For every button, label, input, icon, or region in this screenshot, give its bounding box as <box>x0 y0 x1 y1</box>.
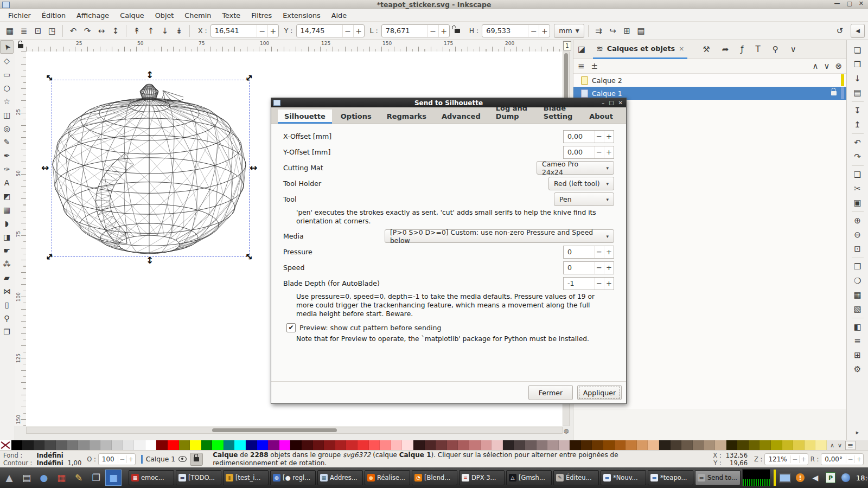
copy-icon[interactable]: ❑ <box>851 168 865 182</box>
swatch-46[interactable] <box>525 440 537 450</box>
width-minus-button[interactable]: − <box>427 25 438 37</box>
gradient-tool[interactable]: ◩ <box>0 189 14 203</box>
fermer-button[interactable]: Fermer <box>528 385 573 400</box>
swatch-22[interactable] <box>257 440 269 450</box>
y-plus-button[interactable]: + <box>353 25 364 37</box>
swatch-33[interactable] <box>380 440 391 450</box>
export-dialog-icon[interactable]: ➦ <box>722 44 729 54</box>
swatch-59[interactable] <box>671 440 682 450</box>
swatch-49[interactable] <box>559 440 570 450</box>
swatch-48[interactable] <box>547 440 559 450</box>
palette-scroll-up-icon[interactable]: ∧ <box>830 442 834 449</box>
selection-touch-icon[interactable]: ◳ <box>46 24 59 37</box>
swatch-38[interactable] <box>436 440 447 450</box>
swatch-70[interactable] <box>793 440 805 450</box>
swatch-32[interactable] <box>369 440 380 450</box>
volume-icon[interactable]: ◀ <box>809 472 821 484</box>
notes-launcher[interactable]: ✎ <box>71 470 87 486</box>
dialog-select-tool[interactable]: Pen▾ <box>554 192 614 206</box>
swatch-5[interactable] <box>67 440 79 450</box>
taskbar-window-button[interactable]: △[Gmsh... <box>506 470 552 485</box>
swatch-19[interactable] <box>224 440 235 450</box>
find-icon[interactable]: ⚲ <box>773 44 778 54</box>
layer-row[interactable]: Calque 2 <box>573 74 846 87</box>
swatch-8[interactable] <box>100 440 112 450</box>
layers-filter-icon[interactable]: ≡ <box>578 61 585 71</box>
swatch-17[interactable] <box>201 440 213 450</box>
open-document-icon[interactable]: ❒ <box>851 57 865 72</box>
save-document-icon[interactable]: ↓ <box>851 72 865 86</box>
dialog-tab-about[interactable]: About <box>583 110 620 124</box>
layer-lock-button[interactable] <box>190 453 203 466</box>
swatch-15[interactable] <box>179 440 190 450</box>
taskbar-window-button[interactable]: ▬*teapo... <box>648 470 693 485</box>
dialog-tab-advanced[interactable]: Advanced <box>435 110 487 124</box>
taskbar-window-button[interactable]: ▮[test_i... <box>223 470 269 485</box>
snap-toggle-icon[interactable]: ↺ <box>833 24 846 37</box>
y-minus-button[interactable]: − <box>342 25 353 37</box>
printer-launcher[interactable]: ▤ <box>18 470 35 486</box>
print-icon[interactable]: ▤ <box>851 86 865 100</box>
window-close-button[interactable]: ✕ <box>859 0 864 7</box>
y-field[interactable]: 14,745 − + <box>296 24 365 37</box>
swatch-25[interactable] <box>290 440 302 450</box>
swatch-28[interactable] <box>324 440 335 450</box>
swatch-24[interactable] <box>279 440 291 450</box>
dialog-spin-pressure[interactable]: 0−+ <box>563 246 614 259</box>
dialog-spin-blade-depth-for-autoblade-[interactable]: -1−+ <box>563 277 614 290</box>
select-all-icon[interactable]: ▦ <box>3 24 16 37</box>
raise-to-top-icon[interactable]: ↟ <box>130 24 143 37</box>
tab-close-icon[interactable]: × <box>679 45 684 53</box>
zoom-in-icon[interactable]: ⊕ <box>851 214 865 228</box>
stroke-width-value[interactable]: 1,00 <box>68 459 82 467</box>
menu-chemin[interactable]: Chemin <box>180 10 216 21</box>
new-document-icon[interactable]: ❏ <box>851 43 865 57</box>
undo-icon[interactable]: ↶ <box>851 136 865 150</box>
spin-minus-button[interactable]: − <box>594 131 604 143</box>
swatch-2[interactable] <box>34 440 45 450</box>
swatch-44[interactable] <box>503 440 514 450</box>
swatch-14[interactable] <box>168 440 179 450</box>
rotation-field[interactable]: 0,00° − + <box>821 453 864 465</box>
swatch-56[interactable] <box>637 440 648 450</box>
swatch-58[interactable] <box>659 440 671 450</box>
x-minus-button[interactable]: − <box>257 25 267 37</box>
paint-bucket-tool[interactable]: ◨ <box>0 230 14 243</box>
mesh-gradient-tool[interactable]: ▦ <box>0 203 14 216</box>
transform-corners-toggle[interactable]: ↪ <box>607 24 620 37</box>
spin-minus-button[interactable]: − <box>594 246 604 258</box>
swatch-72[interactable] <box>815 440 827 450</box>
swatch-9[interactable] <box>112 440 123 450</box>
zoom-page-icon[interactable]: ⊡ <box>851 242 865 256</box>
dialog-spin-speed[interactable]: 0−+ <box>563 261 614 274</box>
ratio-lock-icon[interactable] <box>451 24 464 37</box>
eraser-tool[interactable]: ▰ <box>0 271 14 284</box>
swatch-29[interactable] <box>335 440 347 450</box>
menu-affichage[interactable]: Affichage <box>72 10 114 21</box>
swatch-53[interactable] <box>603 440 615 450</box>
taskbar-window-button[interactable]: ✎Éditeu... <box>553 470 599 485</box>
swatch-51[interactable] <box>581 440 592 450</box>
panel-chevron-icon[interactable]: ∨ <box>790 44 796 54</box>
calligraphy-tool[interactable]: ✑ <box>0 162 14 176</box>
dialog-spin-y-offset-mm-[interactable]: 0,00−+ <box>563 146 614 159</box>
swatch-18[interactable] <box>212 440 224 450</box>
transform-gradient-toggle[interactable]: ⊞ <box>621 24 634 37</box>
width-plus-button[interactable]: + <box>438 25 449 37</box>
tab-calques-et-objets[interactable]: ≋ Calques et objets × <box>593 40 687 59</box>
zoom-out-icon[interactable]: ⊖ <box>851 228 865 242</box>
swatch-6[interactable] <box>78 440 90 450</box>
dialog-select-media[interactable]: [P>0 S>0 D>=0] Custom: use non-zero Pres… <box>385 229 614 243</box>
align-icon[interactable]: ≡ <box>851 334 865 348</box>
swatch-7[interactable] <box>90 440 101 450</box>
swatch-12[interactable] <box>145 440 157 450</box>
horizontal-scrollbar[interactable] <box>26 427 563 434</box>
rectangle-tool[interactable]: ▭ <box>0 67 14 81</box>
group-icon[interactable]: ▦ <box>851 288 865 302</box>
dialog-tab-silhouette[interactable]: Silhouette <box>278 110 332 124</box>
windows-launcher[interactable]: ❐ <box>88 470 104 486</box>
zoom-field[interactable]: 121% − + <box>764 453 808 465</box>
selection-handle-e[interactable]: ↔ <box>250 163 257 172</box>
text-tool[interactable]: A <box>0 176 14 189</box>
swatch-66[interactable] <box>749 440 760 450</box>
